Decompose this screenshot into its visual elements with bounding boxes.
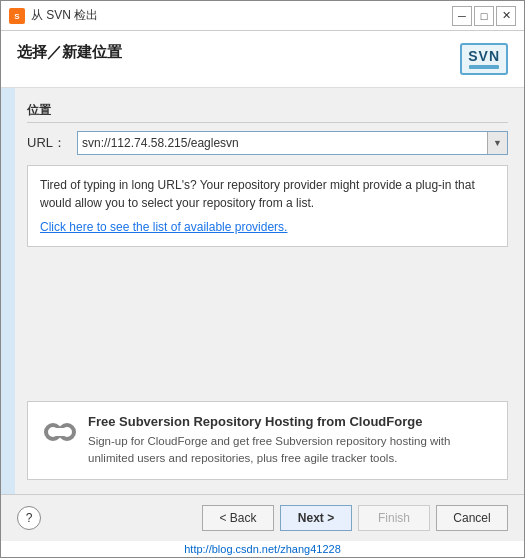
- watermark-url: http://blog.csdn.net/zhang41228: [184, 543, 341, 555]
- finish-button[interactable]: Finish: [358, 505, 430, 531]
- svn-logo-text: SVN: [468, 49, 500, 63]
- cloudforge-text: Free Subversion Repository Hosting from …: [88, 414, 493, 468]
- spacer: [27, 259, 508, 393]
- svn-logo-bar: [469, 65, 499, 69]
- url-field-row: URL： ▼: [27, 131, 508, 155]
- svg-text:S: S: [14, 12, 20, 21]
- help-button[interactable]: ?: [17, 506, 41, 530]
- info-text: Tired of typing in long URL's? Your repo…: [40, 176, 495, 212]
- url-input-wrapper[interactable]: ▼: [77, 131, 508, 155]
- content-area: 位置 URL： ▼ Tired of typing in long URL's?…: [1, 88, 524, 494]
- url-input[interactable]: [78, 132, 487, 154]
- back-button[interactable]: < Back: [202, 505, 274, 531]
- watermark: http://blog.csdn.net/zhang41228: [1, 541, 524, 557]
- title-bar: S 从 SVN 检出 ─ □ ✕: [1, 1, 524, 31]
- next-button[interactable]: Next >: [280, 505, 352, 531]
- maximize-button[interactable]: □: [474, 6, 494, 26]
- minimize-button[interactable]: ─: [452, 6, 472, 26]
- providers-link[interactable]: Click here to see the list of available …: [40, 220, 287, 234]
- main-content: 位置 URL： ▼ Tired of typing in long URL's?…: [15, 88, 524, 494]
- window-title: 从 SVN 检出: [31, 7, 452, 24]
- info-box: Tired of typing in long URL's? Your repo…: [27, 165, 508, 247]
- footer: ? < Back Next > Finish Cancel: [1, 494, 524, 541]
- url-label: URL：: [27, 134, 77, 152]
- cloudforge-title: Free Subversion Repository Hosting from …: [88, 414, 493, 429]
- footer-left: ?: [17, 506, 41, 530]
- url-dropdown-button[interactable]: ▼: [487, 132, 507, 154]
- svg-rect-4: [53, 428, 67, 436]
- cloudforge-icon: [42, 414, 78, 450]
- cancel-button[interactable]: Cancel: [436, 505, 508, 531]
- window-controls: ─ □ ✕: [452, 6, 516, 26]
- content-with-accent: 位置 URL： ▼ Tired of typing in long URL's?…: [1, 88, 524, 494]
- section-label: 位置: [27, 102, 508, 123]
- left-accent-bar: [1, 88, 15, 494]
- cloudforge-description: Sign-up for CloudForge and get free Subv…: [88, 433, 493, 468]
- svn-logo: SVN: [460, 43, 508, 75]
- cloudforge-box: Free Subversion Repository Hosting from …: [27, 401, 508, 481]
- page-title: 选择／新建位置: [17, 43, 122, 62]
- window-icon: S: [9, 8, 25, 24]
- page-header: 选择／新建位置 SVN: [1, 31, 524, 88]
- window: S 从 SVN 检出 ─ □ ✕ 选择／新建位置 SVN 位置 URL：: [0, 0, 525, 558]
- footer-right: < Back Next > Finish Cancel: [202, 505, 508, 531]
- close-button[interactable]: ✕: [496, 6, 516, 26]
